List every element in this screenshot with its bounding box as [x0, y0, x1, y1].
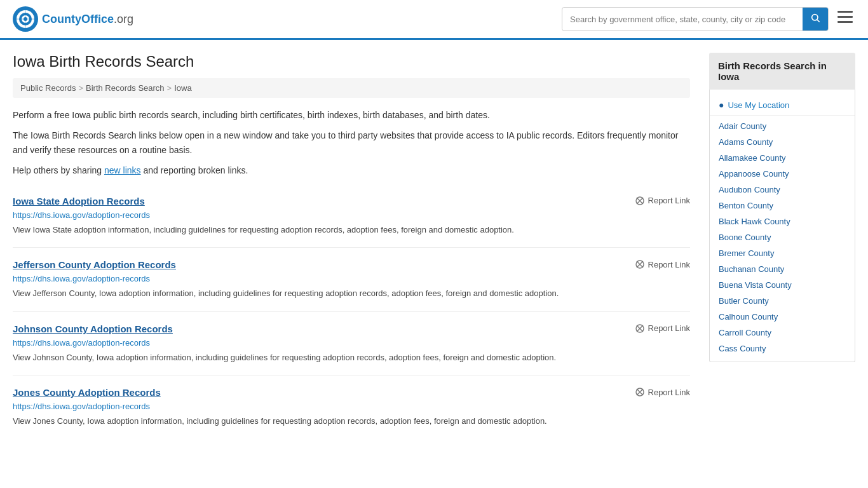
result-header-2: Johnson County Adoption Records Report L… [13, 323, 690, 334]
result-header-0: Iowa State Adoption Records Report Link [13, 196, 690, 207]
breadcrumb-sep-2: > [167, 83, 172, 93]
sidebar-county-14[interactable]: Cass County [710, 341, 855, 356]
sidebar-county-1[interactable]: Adams County [710, 134, 855, 150]
result-title-1[interactable]: Jefferson County Adoption Records [13, 259, 176, 270]
sidebar-county-6[interactable]: Black Hawk County [710, 214, 855, 229]
description-2: The Iowa Birth Records Search links belo… [13, 128, 690, 157]
result-url-3: https://dhs.iowa.gov/adoption-records [13, 402, 690, 411]
sidebar-county-7[interactable]: Boone County [710, 229, 855, 245]
result-desc-3: View Jones County, Iowa adoption informa… [13, 415, 690, 428]
result-item: Jefferson County Adoption Records Report… [13, 248, 690, 312]
logo-icon [13, 6, 38, 32]
breadcrumb-public-records[interactable]: Public Records [20, 83, 76, 93]
sidebar-county-5[interactable]: Benton County [710, 198, 855, 214]
logo-area: CountyOffice.org [13, 6, 133, 32]
report-link-3[interactable]: Report Link [635, 387, 690, 397]
report-label-3: Report Link [648, 388, 690, 397]
use-location-label: Use My Location [728, 100, 789, 110]
breadcrumb: Public Records > Birth Records Search > … [13, 78, 690, 98]
report-label-0: Report Link [648, 196, 690, 205]
desc3-post: and reporting broken links. [141, 165, 248, 175]
breadcrumb-sep-1: > [78, 83, 83, 93]
report-link-1[interactable]: Report Link [635, 259, 690, 269]
svg-line-6 [817, 20, 820, 22]
sidebar-county-12[interactable]: Calhoun County [710, 309, 855, 325]
svg-rect-9 [837, 21, 853, 23]
result-title-2[interactable]: Johnson County Adoption Records [13, 323, 173, 334]
use-location-button[interactable]: ● Use My Location [710, 95, 855, 116]
header-right [562, 7, 855, 31]
content-area: Iowa Birth Records Search Public Records… [13, 53, 709, 439]
result-item: Jones County Adoption Records Report Lin… [13, 376, 690, 439]
sidebar-county-10[interactable]: Buena Vista County [710, 277, 855, 293]
sidebar-county-8[interactable]: Bremer County [710, 245, 855, 261]
report-label-2: Report Link [648, 323, 690, 333]
svg-rect-7 [837, 11, 853, 13]
result-header-3: Jones County Adoption Records Report Lin… [13, 387, 690, 398]
report-link-2[interactable]: Report Link [635, 323, 690, 334]
sidebar-county-4[interactable]: Audubon County [710, 182, 855, 198]
description-1: Perform a free Iowa public birth records… [13, 108, 690, 122]
report-link-0[interactable]: Report Link [635, 196, 690, 206]
sidebar-county-0[interactable]: Adair County [710, 118, 855, 134]
result-desc-0: View Iowa State adoption information, in… [13, 224, 690, 236]
breadcrumb-birth-records[interactable]: Birth Records Search [86, 83, 165, 93]
desc3-pre: Help others by sharing [13, 165, 104, 175]
header: CountyOffice.org [0, 0, 868, 40]
menu-button[interactable] [835, 8, 855, 30]
breadcrumb-state: Iowa [174, 83, 191, 93]
sidebar-county-9[interactable]: Buchanan County [710, 261, 855, 277]
sidebar-county-11[interactable]: Butler County [710, 293, 855, 309]
page-title: Iowa Birth Records Search [13, 53, 690, 71]
result-url-2: https://dhs.iowa.gov/adoption-records [13, 338, 690, 348]
result-item: Iowa State Adoption Records Report Link … [13, 184, 690, 248]
result-desc-2: View Johnson County, Iowa adoption infor… [13, 351, 690, 364]
search-button[interactable] [803, 8, 828, 30]
report-label-1: Report Link [648, 260, 690, 269]
results-list: Iowa State Adoption Records Report Link … [13, 184, 690, 439]
search-bar [562, 7, 829, 31]
sidebar-county-2[interactable]: Allamakee County [710, 150, 855, 166]
location-icon: ● [719, 100, 724, 110]
sidebar: Birth Records Search in Iowa ● Use My Lo… [709, 53, 855, 439]
result-title-0[interactable]: Iowa State Adoption Records [13, 196, 145, 207]
result-url-1: https://dhs.iowa.gov/adoption-records [13, 274, 690, 283]
result-url-0: https://dhs.iowa.gov/adoption-records [13, 210, 690, 220]
sidebar-body: ● Use My Location Adair CountyAdams Coun… [709, 90, 855, 362]
result-desc-1: View Jefferson County, Iowa adoption inf… [13, 287, 690, 300]
county-list: Adair CountyAdams CountyAllamakee County… [710, 118, 855, 356]
svg-rect-8 [837, 16, 853, 18]
sidebar-county-3[interactable]: Appanoose County [710, 166, 855, 182]
sidebar-header: Birth Records Search in Iowa [709, 53, 855, 90]
svg-point-5 [812, 15, 818, 20]
main-container: Iowa Birth Records Search Public Records… [0, 40, 868, 452]
new-links-link[interactable]: new links [104, 165, 141, 175]
sidebar-county-13[interactable]: Carroll County [710, 325, 855, 341]
description-3: Help others by sharing new links and rep… [13, 163, 690, 177]
result-item: Johnson County Adoption Records Report L… [13, 312, 690, 376]
logo-text: CountyOffice.org [42, 13, 133, 26]
result-title-3[interactable]: Jones County Adoption Records [13, 387, 161, 398]
result-header-1: Jefferson County Adoption Records Report… [13, 259, 690, 270]
search-input[interactable] [562, 10, 803, 29]
